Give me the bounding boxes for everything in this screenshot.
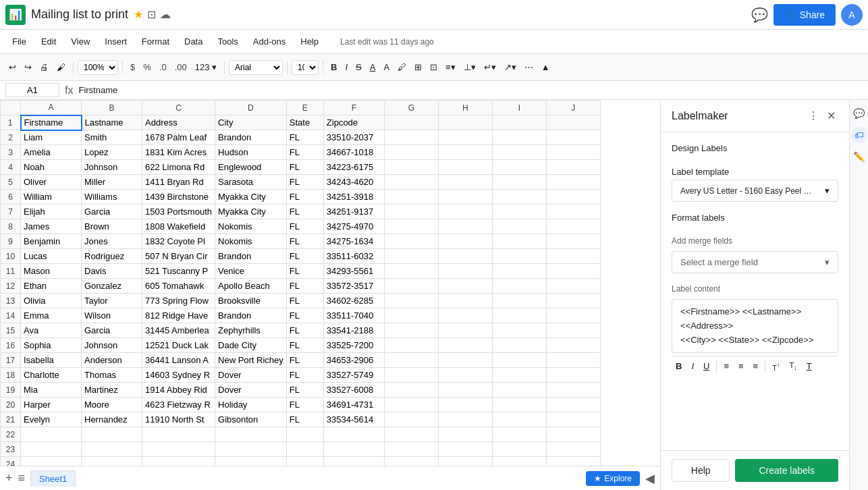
col-header-b[interactable]: B xyxy=(82,101,142,115)
explore-button[interactable]: ★ Explore xyxy=(586,471,640,486)
cell-17-3[interactable]: New Port Richey xyxy=(215,353,287,368)
cell-13-1[interactable]: Taylor xyxy=(82,294,142,308)
cell-15-7[interactable] xyxy=(438,323,492,338)
cell-23-3[interactable] xyxy=(215,442,287,457)
cell-4-1[interactable]: Johnson xyxy=(82,160,142,175)
cell-20-0[interactable]: Harper xyxy=(21,398,82,412)
menu-view[interactable]: View xyxy=(64,34,97,49)
cell-4-4[interactable]: FL xyxy=(286,160,323,175)
cell-9-4[interactable]: FL xyxy=(286,234,323,249)
decimal1-button[interactable]: .0 xyxy=(156,59,170,75)
cell-24-8[interactable] xyxy=(492,457,546,466)
col-header-j[interactable]: J xyxy=(546,101,600,115)
cell-16-5[interactable]: 33525-7200 xyxy=(323,338,384,353)
col-header-d[interactable]: D xyxy=(215,101,287,115)
cell-11-7[interactable] xyxy=(438,264,492,279)
cell-20-1[interactable]: Moore xyxy=(82,398,142,412)
zoom-select[interactable]: 100% xyxy=(78,60,118,75)
comments-button[interactable]: 💬 xyxy=(751,7,768,23)
table-row[interactable]: 23 xyxy=(1,442,601,457)
cell-19-4[interactable]: FL xyxy=(286,383,323,398)
cell-8-2[interactable]: 1808 Wakefield xyxy=(142,219,215,234)
cell-24-7[interactable] xyxy=(438,457,492,466)
cell-9-6[interactable] xyxy=(384,234,438,249)
fmt-bold-button[interactable]: B xyxy=(672,359,686,373)
cell-9-5[interactable]: 34275-1634 xyxy=(323,234,384,249)
cell-11-5[interactable]: 34293-5561 xyxy=(323,264,384,279)
cell-13-7[interactable] xyxy=(438,294,492,308)
fmt-align-right-button[interactable]: ≡ xyxy=(749,359,763,373)
cell-21-3[interactable]: Gibsonton xyxy=(215,412,287,427)
right-sidebar-labelmaker-icon[interactable]: 🏷 xyxy=(851,127,867,143)
cell-13-0[interactable]: Olivia xyxy=(21,294,82,308)
cell-7-9[interactable] xyxy=(546,205,600,219)
decimal2-button[interactable]: .00 xyxy=(171,59,190,75)
cell-10-9[interactable] xyxy=(546,249,600,264)
cell-16-0[interactable]: Sophia xyxy=(21,338,82,353)
cell-2-5[interactable]: 33510-2037 xyxy=(323,130,384,145)
bold-button[interactable]: B xyxy=(327,59,340,75)
cell-4-5[interactable]: 34223-6175 xyxy=(323,160,384,175)
cell-15-4[interactable]: FL xyxy=(286,323,323,338)
cell-11-9[interactable] xyxy=(546,264,600,279)
align-button[interactable]: ≡▾ xyxy=(442,59,459,75)
cell-23-8[interactable] xyxy=(492,442,546,457)
highlight-button[interactable]: 🖊 xyxy=(394,59,410,75)
cell-19-9[interactable] xyxy=(546,383,600,398)
table-row[interactable]: 14EmmaWilson812 Ridge HaveBrandonFL33511… xyxy=(1,308,601,323)
cell-11-8[interactable] xyxy=(492,264,546,279)
cell-4-9[interactable] xyxy=(546,160,600,175)
cell-8-1[interactable]: Brown xyxy=(82,219,142,234)
cell-9-1[interactable]: Jones xyxy=(82,234,142,249)
cell-2-6[interactable] xyxy=(384,130,438,145)
create-labels-button[interactable]: Create labels xyxy=(735,459,838,482)
cell-8-0[interactable]: James xyxy=(21,219,82,234)
cell-24-4[interactable] xyxy=(286,457,323,466)
table-row[interactable]: 3AmeliaLopez1831 Kim AcresHudsonFL34667-… xyxy=(1,145,601,160)
cell-18-9[interactable] xyxy=(546,368,600,383)
sheet-tab-sheet1[interactable]: Sheet1 xyxy=(30,470,76,487)
cell-22-8[interactable] xyxy=(492,427,546,442)
cell-13-3[interactable]: Brooksville xyxy=(215,294,287,308)
cell-4-6[interactable] xyxy=(384,160,438,175)
cell-14-9[interactable] xyxy=(546,308,600,323)
cell-5-4[interactable]: FL xyxy=(286,175,323,190)
cell-2-7[interactable] xyxy=(438,130,492,145)
percent-button[interactable]: % xyxy=(140,59,155,75)
cell-20-7[interactable] xyxy=(438,398,492,412)
cell-17-4[interactable]: FL xyxy=(286,353,323,368)
cell-9-9[interactable] xyxy=(546,234,600,249)
cell-20-5[interactable]: 34691-4731 xyxy=(323,398,384,412)
cell-17-7[interactable] xyxy=(438,353,492,368)
cell-12-3[interactable]: Apollo Beach xyxy=(215,279,287,294)
cell-2-1[interactable]: Smith xyxy=(82,130,142,145)
cell-20-6[interactable] xyxy=(384,398,438,412)
cell-12-4[interactable]: FL xyxy=(286,279,323,294)
cell-6-5[interactable]: 34251-3918 xyxy=(323,190,384,205)
cell-8-8[interactable] xyxy=(492,219,546,234)
redo-button[interactable]: ↪ xyxy=(21,59,35,75)
print-button[interactable]: 🖨 xyxy=(36,59,52,75)
table-row[interactable]: 8JamesBrown1808 WakefieldNokomisFL34275-… xyxy=(1,219,601,234)
cell-11-4[interactable]: FL xyxy=(286,264,323,279)
cell-24-9[interactable] xyxy=(546,457,600,466)
cell-1-1[interactable]: Lastname xyxy=(82,115,142,130)
cell-15-5[interactable]: 33541-2188 xyxy=(323,323,384,338)
cloud-icon[interactable]: ☁ xyxy=(160,8,171,21)
cell-17-0[interactable]: Isabella xyxy=(21,353,82,368)
cell-13-2[interactable]: 773 Spring Flow xyxy=(142,294,215,308)
cell-1-3[interactable]: City xyxy=(215,115,287,130)
cell-21-2[interactable]: 11910 North St xyxy=(142,412,215,427)
cell-1-4[interactable]: State xyxy=(286,115,323,130)
col-header-f[interactable]: F xyxy=(323,101,384,115)
cell-22-2[interactable] xyxy=(142,427,215,442)
cell-8-5[interactable]: 34275-4970 xyxy=(323,219,384,234)
col-header-e[interactable]: E xyxy=(286,101,323,115)
table-row[interactable]: 12EthanGonzalez605 TomahawkApollo BeachF… xyxy=(1,279,601,294)
label-template-dropdown[interactable]: Avery US Letter - 5160 Easy Peel ®... ▾ xyxy=(672,180,838,202)
cell-6-0[interactable]: William xyxy=(21,190,82,205)
cell-ref[interactable]: A1 xyxy=(5,83,59,97)
cell-5-9[interactable] xyxy=(546,175,600,190)
cell-24-5[interactable] xyxy=(323,457,384,466)
cell-3-6[interactable] xyxy=(384,145,438,160)
